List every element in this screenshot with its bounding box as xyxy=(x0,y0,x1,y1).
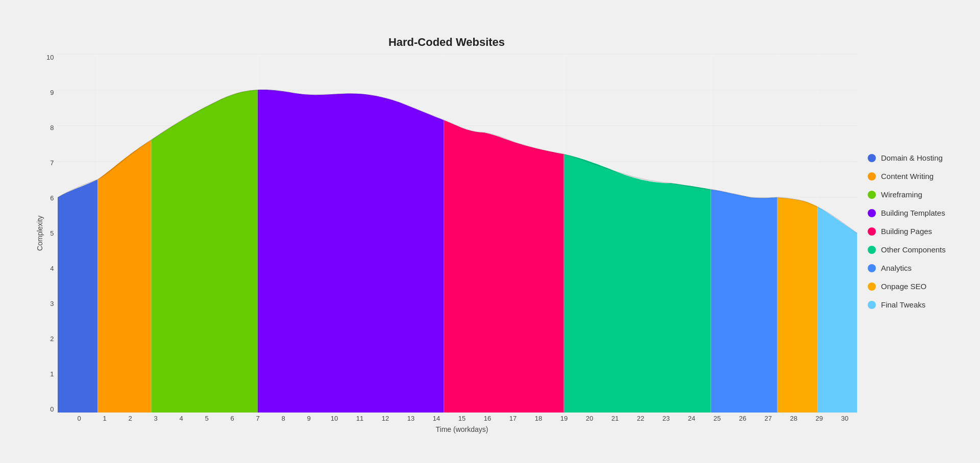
x-tick-1: 1 xyxy=(92,415,117,422)
x-tick-22: 22 xyxy=(628,415,653,422)
x-tick-12: 12 xyxy=(373,415,398,422)
legend-label-other-components: Other Components xyxy=(881,245,946,254)
chart-container: Hard-Coded Websites Complexity 0 1 2 3 4… xyxy=(0,0,980,463)
legend-dot-other-components xyxy=(868,246,876,254)
legend-item-building-pages: Building Pages xyxy=(868,227,965,236)
x-axis-label: Time (workdays) xyxy=(436,425,488,433)
legend-label-onpage-seo: Onpage SEO xyxy=(881,282,926,291)
chart-body: Complexity 0 1 2 3 4 5 6 7 8 9 10 xyxy=(36,54,857,413)
x-tick-14: 14 xyxy=(424,415,449,422)
x-tick-9: 9 xyxy=(296,415,322,422)
x-tick-0: 0 xyxy=(66,415,92,422)
legend-label-building-templates: Building Templates xyxy=(881,209,945,218)
x-tick-19: 19 xyxy=(551,415,577,422)
y-tick-5: 5 xyxy=(46,230,54,237)
x-tick-28: 28 xyxy=(781,415,806,422)
legend-label-domain-hosting: Domain & Hosting xyxy=(881,153,943,163)
legend-dot-analytics xyxy=(868,264,876,272)
x-tick-23: 23 xyxy=(653,415,679,422)
x-tick-20: 20 xyxy=(577,415,602,422)
x-tick-6: 6 xyxy=(219,415,245,422)
x-tick-17: 17 xyxy=(500,415,526,422)
y-axis-ticks: 0 1 2 3 4 5 6 7 8 9 10 xyxy=(46,54,54,413)
x-tick-18: 18 xyxy=(526,415,551,422)
y-tick-3: 3 xyxy=(46,300,54,307)
x-tick-8: 8 xyxy=(271,415,296,422)
chart-title: Hard-Coded Websites xyxy=(36,36,857,49)
full-chart: Hard-Coded Websites Complexity 0 1 2 3 4… xyxy=(36,36,857,407)
legend-item-building-templates: Building Templates xyxy=(868,209,965,218)
x-tick-27: 27 xyxy=(755,415,781,422)
x-tick-10: 10 xyxy=(322,415,347,422)
chart-area: Hard-Coded Websites Complexity 0 1 2 3 4… xyxy=(0,15,857,448)
x-tick-13: 13 xyxy=(398,415,424,422)
legend-label-building-pages: Building Pages xyxy=(881,227,932,236)
legend-dot-domain-hosting xyxy=(868,154,876,162)
x-tick-25: 25 xyxy=(704,415,730,422)
chart-wrapper: Hard-Coded Websites Complexity 0 1 2 3 4… xyxy=(0,0,980,463)
legend-dot-content-writing xyxy=(868,172,876,181)
y-axis-label: Complexity xyxy=(36,54,44,413)
y-tick-6: 6 xyxy=(46,195,54,201)
y-tick-1: 1 xyxy=(46,371,54,377)
y-tick-4: 4 xyxy=(46,265,54,272)
legend-item-domain-hosting: Domain & Hosting xyxy=(868,153,965,163)
y-tick-9: 9 xyxy=(46,89,54,96)
x-tick-15: 15 xyxy=(449,415,475,422)
x-axis-area: 0 1 2 3 4 5 6 7 8 9 10 11 12 13 xyxy=(36,415,857,433)
x-tick-24: 24 xyxy=(679,415,704,422)
x-tick-7: 7 xyxy=(245,415,271,422)
legend-dot-building-templates xyxy=(868,209,876,217)
legend-label-content-writing: Content Writing xyxy=(881,172,934,181)
legend-label-final-tweaks: Final Tweaks xyxy=(881,300,925,310)
legend-item-other-components: Other Components xyxy=(868,245,965,254)
x-ticks: 0 1 2 3 4 5 6 7 8 9 10 11 12 13 xyxy=(66,415,857,422)
legend-item-content-writing: Content Writing xyxy=(868,172,965,181)
x-tick-5: 5 xyxy=(194,415,219,422)
y-tick-7: 7 xyxy=(46,160,54,166)
x-tick-29: 29 xyxy=(806,415,832,422)
x-tick-30: 30 xyxy=(832,415,857,422)
legend-item-onpage-seo: Onpage SEO xyxy=(868,282,965,291)
legend-item-analytics: Analytics xyxy=(868,264,965,273)
legend-area: Domain & Hosting Content Writing Wirefra… xyxy=(857,153,970,310)
x-tick-21: 21 xyxy=(602,415,628,422)
y-tick-8: 8 xyxy=(46,124,54,131)
legend-dot-onpage-seo xyxy=(868,282,876,291)
legend-item-final-tweaks: Final Tweaks xyxy=(868,300,965,310)
x-tick-2: 2 xyxy=(117,415,143,422)
legend-dot-final-tweaks xyxy=(868,301,876,309)
chart-svg xyxy=(58,54,857,413)
x-tick-26: 26 xyxy=(730,415,755,422)
legend-dot-wireframing xyxy=(868,191,876,199)
y-tick-10: 10 xyxy=(46,54,54,61)
legend-label-analytics: Analytics xyxy=(881,264,912,273)
x-tick-11: 11 xyxy=(347,415,373,422)
legend-dot-building-pages xyxy=(868,227,876,236)
x-tick-4: 4 xyxy=(168,415,194,422)
legend-label-wireframing: Wireframing xyxy=(881,190,922,199)
x-tick-3: 3 xyxy=(143,415,168,422)
x-tick-16: 16 xyxy=(475,415,500,422)
svg-area xyxy=(58,54,857,413)
legend-item-wireframing: Wireframing xyxy=(868,190,965,199)
y-tick-2: 2 xyxy=(46,336,54,342)
y-tick-0: 0 xyxy=(46,406,54,413)
